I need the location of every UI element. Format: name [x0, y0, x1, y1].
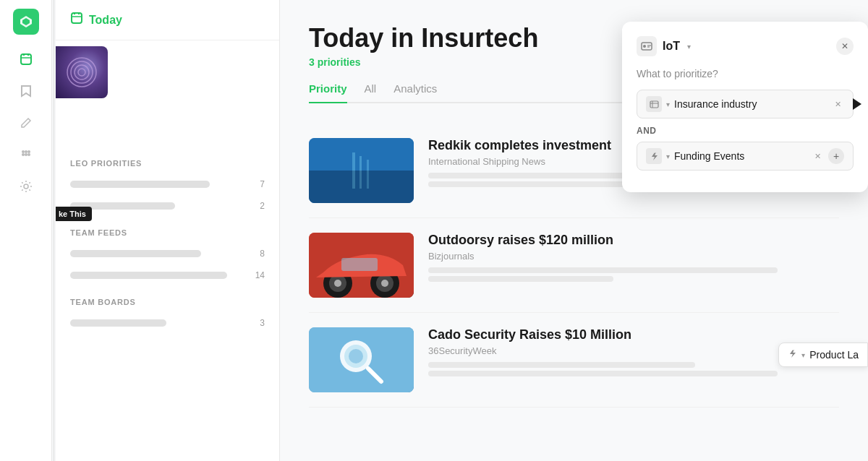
team-feed-bar-2 [70, 272, 227, 279]
logo[interactable] [13, 9, 39, 35]
news-source-2: Bizjournals [428, 251, 839, 262]
news-bar-2a [428, 267, 778, 273]
leo-priority-item-1[interactable]: 7 [56, 173, 279, 195]
team-board-bar-1 [70, 319, 166, 327]
filter-chip-1-label: Insurance industry [674, 98, 827, 110]
svg-point-17 [67, 58, 96, 87]
svg-rect-13 [72, 13, 82, 23]
svg-point-6 [22, 150, 25, 153]
filter-chip-1-chevron: ▾ [666, 100, 670, 108]
team-feed-count-1: 8 [253, 249, 265, 259]
and-label: AND [637, 126, 854, 136]
news-item-2[interactable]: Outdoorsy raises $120 million Bizjournal… [309, 218, 839, 313]
chip-arrow-1 [853, 98, 861, 110]
team-feed-bar-1 [70, 250, 201, 257]
svg-rect-22 [309, 171, 414, 203]
team-board-count-1: 3 [253, 318, 265, 328]
svg-point-19 [75, 65, 89, 79]
svg-point-9 [22, 153, 25, 156]
team-feed-item-2[interactable]: 14 [56, 264, 279, 286]
team-feed-count-2: 14 [253, 270, 265, 280]
filter-add-button[interactable]: + [828, 148, 844, 164]
popup-close-button[interactable]: ✕ [836, 38, 854, 55]
svg-point-37 [349, 349, 363, 363]
main-content: Today in Insurtech 3 priorities Priority… [280, 0, 868, 461]
svg-rect-43 [650, 101, 658, 108]
news-thumb-1 [309, 138, 414, 203]
leo-priority-count-2: 2 [253, 201, 265, 211]
left-panel: Today ke This LEO PRIORITIES 7 [56, 0, 280, 461]
sidebar-grid-icon[interactable] [13, 142, 39, 168]
news-body-2: Outdoorsy raises $120 million Bizjournal… [428, 233, 839, 282]
news-thumb-3 [309, 327, 414, 392]
svg-point-8 [27, 150, 30, 153]
svg-rect-21 [309, 138, 414, 203]
today-nav-icon [70, 12, 83, 28]
popup-subtitle: What to prioritize? [637, 68, 854, 79]
today-label: Today [89, 14, 122, 27]
team-board-item-1[interactable]: 3 [56, 312, 279, 334]
news-body-3: Cado Security Raises $10 Million 36Secur… [428, 327, 839, 376]
filter-chip-2-icon [646, 148, 662, 164]
filter-chip-2-close[interactable]: ✕ [811, 150, 824, 163]
news-bars-2 [428, 267, 839, 282]
svg-rect-23 [352, 152, 355, 189]
product-chip[interactable]: ▾ Product La [778, 342, 868, 367]
sidebar [0, 0, 52, 461]
product-chip-label: Product La [809, 349, 859, 361]
leo-priority-count-1: 7 [253, 179, 265, 189]
filter-chip-2-label: Funding Events [674, 150, 807, 162]
popup-chevron-icon: ▾ [687, 43, 691, 51]
news-bar-2b [428, 276, 613, 282]
svg-point-40 [643, 45, 646, 48]
team-boards-label: TEAM BOARDS [56, 286, 279, 312]
filter-chip-2-chevron: ▾ [666, 152, 670, 160]
team-feed-item-1[interactable]: 8 [56, 243, 279, 264]
svg-point-10 [25, 153, 27, 156]
popup-title: IoT [663, 40, 680, 53]
news-source-3: 36SecurityWeek [428, 345, 839, 356]
news-bar-3b [428, 371, 778, 376]
svg-point-12 [24, 184, 28, 189]
svg-rect-33 [341, 258, 378, 271]
filter-chip-1-close[interactable]: ✕ [831, 98, 844, 111]
svg-rect-24 [359, 156, 362, 189]
popup-header: IoT ▾ ✕ [637, 36, 854, 56]
news-title-2: Outdoorsy raises $120 million [428, 233, 839, 248]
tab-priority[interactable]: Priority [309, 82, 347, 103]
sidebar-settings-icon[interactable] [13, 173, 39, 199]
make-this-badge[interactable]: ke This [56, 207, 92, 221]
product-chip-chevron: ▾ [801, 351, 805, 359]
svg-point-7 [25, 150, 27, 153]
sidebar-divider [54, 0, 54, 461]
popup-header-left: IoT ▾ [637, 36, 691, 56]
svg-point-29 [334, 280, 341, 287]
leo-priorities-label: LEO PRIORITIES [56, 147, 279, 173]
product-chip-icon [788, 349, 797, 361]
sidebar-today-icon[interactable] [13, 46, 39, 72]
thumbnail-image [56, 46, 108, 98]
leo-priority-bar-1 [70, 181, 210, 188]
news-thumb-2 [309, 233, 414, 298]
news-bars-3 [428, 362, 839, 376]
left-panel-header: Today [56, 0, 279, 40]
news-bar-3a [428, 362, 695, 368]
svg-point-20 [78, 69, 85, 76]
popup-overlay: IoT ▾ ✕ What to prioritize? ▾ Insurance … [622, 22, 868, 192]
popup-topic-icon [637, 36, 657, 56]
sidebar-edit-icon[interactable] [13, 110, 39, 136]
tab-all[interactable]: All [365, 82, 377, 103]
news-title-3: Cado Security Raises $10 Million [428, 327, 839, 342]
filter-chip-1-icon [646, 96, 662, 112]
svg-point-11 [27, 153, 30, 156]
tab-analytics[interactable]: Analytics [393, 82, 437, 103]
svg-point-32 [381, 280, 388, 287]
svg-rect-2 [21, 54, 31, 64]
filter-chip-1[interactable]: ▾ Insurance industry ✕ [637, 90, 854, 119]
sidebar-bookmark-icon[interactable] [13, 78, 39, 104]
filter-chip-2[interactable]: ▾ Funding Events ✕ + [637, 142, 854, 171]
svg-rect-25 [367, 160, 369, 189]
news-item-3[interactable]: Cado Security Raises $10 Million 36Secur… [309, 313, 839, 408]
